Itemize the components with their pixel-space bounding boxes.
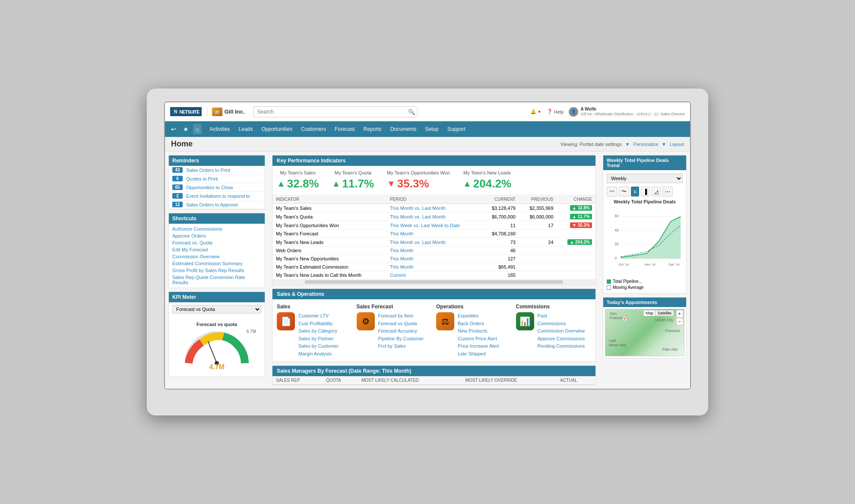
reminder-link-3[interactable]: Event Invitations to respond to [186, 193, 250, 199]
ops-link-frct-by-sales[interactable]: Frct by Sales [378, 342, 424, 350]
help-button[interactable]: ❓ Help [547, 109, 564, 114]
search-button[interactable]: 🔍 [408, 108, 415, 115]
nav-home-icon[interactable]: ⌂ [193, 124, 202, 134]
map-type-map[interactable]: Map [643, 310, 656, 316]
map-zoom-in[interactable]: + [676, 310, 683, 317]
kpi-cell-period-0: This Month vs. Last Month [386, 204, 481, 212]
period-link-7[interactable]: This Month [390, 264, 413, 269]
legend-item-moving-avg: Moving Average [607, 285, 683, 290]
period-link-8[interactable]: Current [390, 273, 406, 278]
nav-item-customers[interactable]: Customers [297, 124, 330, 135]
ops-link-sales-by-category[interactable]: Sales by Category [298, 327, 339, 335]
ops-link-price-increase-alert[interactable]: Price Increase Alert [458, 342, 499, 350]
ops-link-paid[interactable]: Paid [538, 312, 585, 320]
period-link-5[interactable]: This Month [390, 248, 413, 253]
ops-link-new-products[interactable]: New Products [458, 327, 499, 335]
nav-item-leads[interactable]: Leads [234, 124, 257, 135]
ops-link-sales-by-partner[interactable]: Sales by Partner [298, 335, 339, 342]
reminder-link-1[interactable]: Quotes to Print [186, 176, 218, 181]
ops-link-expedites[interactable]: Expedites [458, 312, 499, 320]
notifications-bell[interactable]: 🔔 ▼ [530, 109, 542, 114]
map-type-satellite[interactable]: Satellite [656, 310, 674, 316]
nav-item-opportunities[interactable]: Opportunities [257, 124, 297, 135]
reminder-link-2[interactable]: Opportunities to Close [186, 185, 233, 190]
kpi-cell-period-5: This Month [386, 247, 481, 255]
ops-link-commissions[interactable]: Commissions [538, 320, 585, 327]
shortcut-commission-overview[interactable]: Commission Overview [169, 253, 265, 260]
nav-star-icon[interactable]: ★ [180, 124, 191, 134]
operations-col-title: Operations [436, 304, 512, 310]
ops-link-custom-price-alert[interactable]: Custom Price Alert [458, 335, 499, 342]
kpi-cell-period-3: This Month [386, 230, 481, 238]
nav-item-documents[interactable]: Documents [386, 124, 421, 135]
ops-link-pending-commissions[interactable]: Pending Commissions [538, 342, 585, 350]
kpi-cell-change-1: ▲ 11.7% [557, 212, 595, 221]
chart-scatter-btn[interactable]: ⋯ [662, 187, 673, 197]
period-link-2[interactable]: This Week vs. Last Week to Date [390, 223, 460, 228]
reminder-link-4[interactable]: Sales Orders to Approve [186, 202, 238, 207]
ops-link-forecast-vs-quota[interactable]: Forecast vs Quota [378, 320, 424, 327]
legend-dot-total [607, 279, 611, 284]
forecast-icon: ⚙ [357, 312, 375, 330]
chart-wave-btn[interactable]: 〜 [619, 187, 629, 197]
chart-area-btn[interactable]: ◿ [652, 187, 661, 197]
period-link-0[interactable]: This Month vs. Last Month [390, 206, 446, 211]
nav-item-support[interactable]: Support [443, 124, 470, 135]
personalize-dropdown[interactable]: ▼ [662, 142, 666, 147]
ops-link-commission-overview[interactable]: Commission Overview [538, 327, 585, 335]
scrollbar-thumb [305, 280, 563, 284]
kpi-cell-indicator-0: My Team's Sales [272, 204, 386, 212]
chart-line-btn[interactable]: 〰 [607, 187, 617, 197]
viewing-dropdown[interactable]: ▼ [625, 142, 630, 147]
reminder-item-0: 43 Sales Orders to Print [169, 166, 265, 174]
period-link-6[interactable]: This Month [390, 256, 413, 261]
map-zoom-out[interactable]: − [676, 318, 683, 325]
nav-item-reports[interactable]: Reports [359, 124, 386, 135]
ops-link-back-orders[interactable]: Back Orders [458, 320, 499, 327]
shortcut-edit-my-forecast[interactable]: Edit My Forecast [169, 246, 265, 253]
ops-link-approve-commissions[interactable]: Approve Commissions [538, 335, 585, 342]
user-company: Gill Inc. Wholesale Distribution - v2014… [580, 112, 685, 117]
nav-item-forecast[interactable]: Forecast [330, 124, 359, 135]
reminders-section: Reminders 43 Sales Orders to Print 6 Quo… [168, 155, 265, 209]
map-controls: + − [676, 310, 683, 325]
layout-link[interactable]: Layout [670, 142, 684, 147]
nav-item-setup[interactable]: Setup [421, 124, 443, 135]
shortcut-forecast-vs-quota[interactable]: Forecast vs. Quota [169, 239, 265, 246]
ops-link-forecast-by-item[interactable]: Forecast by Item [378, 312, 424, 320]
search-input[interactable] [253, 106, 418, 117]
shortcut-gross-profit[interactable]: Gross Profit by Sales Rep Results [169, 267, 265, 274]
nav-back-icon[interactable]: ↩ [168, 124, 179, 134]
chart-bar-btn[interactable]: ≡ [631, 187, 639, 197]
nav-item-activities[interactable]: Activities [205, 124, 234, 135]
period-link-4[interactable]: This Month vs. Last Month [390, 240, 446, 245]
kpi-row-7: My Team's Estimated Commission This Mont… [272, 263, 595, 271]
sales-forecast-column: Sales Forecast ⚙ Forecast by Item Foreca… [357, 304, 432, 357]
period-link-3[interactable]: This Month [390, 231, 413, 236]
ops-link-customer-ltv[interactable]: Customer LTV [298, 312, 339, 320]
kpi-table-scrollbar[interactable] [272, 279, 595, 285]
kpi-meter-select[interactable]: Forecast vs Quota [172, 305, 261, 314]
svg-text:0: 0 [615, 256, 617, 260]
kpi-cell-indicator-6: My Team's New Opportunities [272, 255, 386, 263]
reminder-link-0[interactable]: Sales Orders to Print [186, 168, 230, 173]
shortcut-sales-rep-quote[interactable]: Sales Rep Quote Conversion Rate Results [169, 274, 265, 286]
ops-link-cust-profitability[interactable]: Cust Profitability [298, 320, 339, 327]
chart-column-btn[interactable]: ▐ [641, 187, 650, 197]
ops-link-forecast-accuracy[interactable]: Forecast Accuracy [378, 327, 424, 335]
kpi-cell-period-4: This Month vs. Last Month [386, 238, 481, 247]
ops-link-late-shipped[interactable]: Late Shipped [458, 350, 499, 358]
svg-text:40: 40 [615, 228, 619, 232]
user-menu[interactable]: 👤 A Wolfe Gill Inc. Wholesale Distributi… [569, 106, 685, 117]
ops-link-margin-analysis[interactable]: Margin Analysis [298, 350, 339, 358]
kpi-metric-3: My Team's New Leads ▲204.2% [463, 170, 511, 190]
ops-link-pipeline-by-customer[interactable]: Pipeline By Customer [378, 335, 424, 342]
shortcut-estimated-commission-summary[interactable]: Estimated Commission Summary [169, 260, 265, 267]
ops-link-sales-by-customer[interactable]: Sales by Customer [298, 342, 339, 350]
shortcut-authorize-commissions[interactable]: Authorize Commissions [169, 225, 265, 232]
period-link-1[interactable]: This Month vs. Last Month [390, 214, 446, 219]
personalize-link[interactable]: Personalize [633, 142, 658, 147]
kpi-row-5: Web Orders This Month 46 [272, 247, 595, 255]
shortcut-approve-orders[interactable]: Approve Orders [169, 232, 265, 239]
trend-period-select[interactable]: Weekly [607, 174, 683, 183]
